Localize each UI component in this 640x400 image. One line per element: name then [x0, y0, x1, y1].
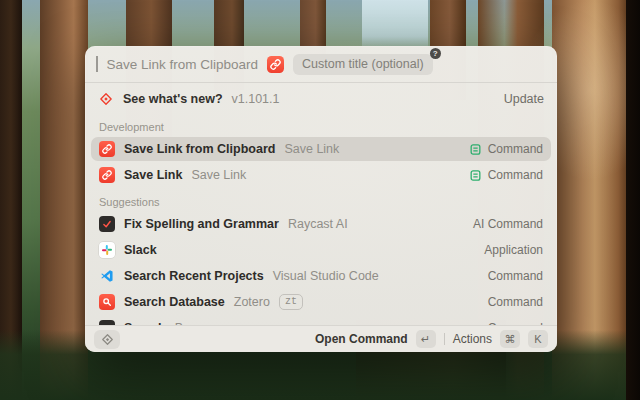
result-type: Command	[488, 142, 543, 156]
search-input[interactable]: Save Link from Clipboard	[107, 57, 259, 72]
vscode-icon	[99, 268, 115, 284]
argument-placeholder: Custom title (optional)	[302, 57, 424, 71]
result-title: Save Link from Clipboard	[124, 142, 275, 156]
cmd-key-icon: ⌘	[500, 330, 520, 348]
update-button[interactable]: Update	[504, 92, 544, 106]
result-subtitle: Zotero	[234, 295, 270, 309]
search-icon	[99, 294, 115, 310]
result-subtitle: Visual Studio Code	[273, 269, 379, 283]
raycast-window: Save Link from Clipboard Custom title (o…	[85, 46, 557, 352]
result-title: Fix Spelling and Grammar	[124, 217, 279, 231]
command-icon	[469, 169, 482, 182]
result-search-recent-projects[interactable]: Search Recent Projects Visual Studio Cod…	[91, 264, 551, 288]
section-development: Development	[91, 114, 551, 137]
result-type: Command	[488, 269, 543, 283]
result-search-database[interactable]: Search Database Zotero zt Command	[91, 290, 551, 314]
result-fix-spelling[interactable]: Fix Spelling and Grammar Raycast AI AI C…	[91, 212, 551, 236]
result-type: Command	[488, 168, 543, 182]
spellcheck-icon	[99, 216, 115, 232]
text-cursor	[96, 56, 98, 72]
alias-badge: zt	[279, 294, 303, 310]
help-icon[interactable]: ?	[430, 48, 441, 59]
k-key-icon: K	[528, 330, 548, 348]
section-suggestions: Suggestions	[91, 189, 551, 212]
result-title: Save Link	[124, 168, 182, 182]
result-slack[interactable]: Slack Application	[91, 238, 551, 262]
result-subtitle: Save Link	[284, 142, 339, 156]
result-title: Search Database	[124, 295, 225, 309]
custom-title-argument-field[interactable]: Custom title (optional) ?	[293, 54, 433, 75]
result-search-brew-clipped[interactable]: Search Brew Command	[91, 316, 551, 325]
slack-icon	[99, 242, 115, 258]
command-icon	[469, 143, 482, 156]
result-subtitle: Save Link	[191, 168, 246, 182]
link-icon	[267, 56, 284, 73]
result-save-link-from-clipboard[interactable]: Save Link from Clipboard Save Link Comma…	[91, 137, 551, 161]
result-type: Command	[488, 295, 543, 309]
desktop: Save Link from Clipboard Custom title (o…	[0, 0, 640, 400]
search-bar[interactable]: Save Link from Clipboard Custom title (o…	[85, 46, 557, 83]
link-icon	[99, 141, 115, 157]
whats-new-row[interactable]: See what's new? v1.101.1 Update	[85, 83, 557, 114]
results-list: Development Save Link from Clipboard Sav…	[85, 114, 557, 325]
footer-divider	[444, 333, 445, 345]
enter-key-icon: ↵	[416, 330, 436, 348]
link-icon	[99, 167, 115, 183]
result-title: Search Recent Projects	[124, 269, 264, 283]
result-type: Application	[484, 243, 543, 257]
result-subtitle: Raycast AI	[288, 217, 348, 231]
raycast-footer-button[interactable]	[94, 330, 120, 349]
actions-button[interactable]: Actions	[453, 332, 492, 346]
result-title: Slack	[124, 243, 157, 257]
whats-new-label: See what's new?	[123, 92, 223, 106]
open-command-button[interactable]: Open Command	[315, 332, 408, 346]
version-label: v1.101.1	[232, 92, 280, 106]
raycast-logo-icon	[98, 91, 114, 107]
footer-bar: Open Command ↵ Actions ⌘ K	[85, 325, 557, 352]
result-save-link[interactable]: Save Link Save Link Command	[91, 163, 551, 187]
raycast-logo-icon	[101, 333, 114, 346]
result-type: AI Command	[473, 217, 543, 231]
